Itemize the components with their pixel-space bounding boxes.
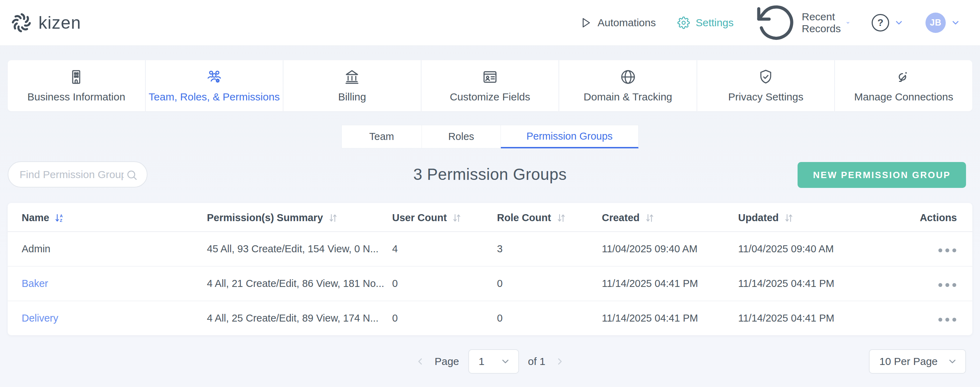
per-page-value: 10 Per Page — [879, 355, 938, 368]
row-actions-menu-icon[interactable] — [938, 246, 957, 254]
updated-timestamp: 11/14/2025 04:41 PM — [738, 278, 834, 289]
subtab-permission-groups[interactable]: Permission Groups — [501, 125, 638, 148]
new-permission-group-button[interactable]: NEW PERMISSION GROUP — [797, 162, 966, 188]
page-of-label: of 1 — [528, 355, 546, 368]
column-header-updated[interactable]: Updated — [738, 203, 916, 232]
tab-domain-tracking[interactable]: Domain & Tracking — [559, 60, 697, 111]
settings-tab-bar: Business Information Team, Roles, & Perm… — [8, 60, 972, 111]
subtab-team[interactable]: Team — [342, 125, 422, 148]
globe-icon — [620, 69, 636, 85]
permissions-summary: 4 All, 25 Create/Edit, 89 View, 174 N... — [207, 312, 379, 324]
kizen-swirl-icon — [11, 12, 32, 34]
user-count: 4 — [392, 243, 398, 254]
permissions-summary: 45 All, 93 Create/Edit, 154 View, 0 N... — [207, 243, 379, 254]
chevron-left-icon[interactable] — [415, 356, 425, 367]
key-icon — [896, 69, 912, 85]
sort-asc-icon: AZ — [54, 213, 65, 223]
chevron-down-icon — [947, 356, 958, 367]
tab-privacy-settings[interactable]: Privacy Settings — [697, 60, 835, 111]
svg-text:Z: Z — [60, 218, 62, 222]
help-icon: ? — [872, 14, 889, 32]
created-timestamp: 11/04/2025 09:40 AM — [602, 243, 698, 254]
contact-card-icon — [482, 69, 498, 85]
user-menu[interactable]: JB — [926, 13, 961, 33]
tab-label: Domain & Tracking — [584, 91, 672, 103]
row-actions-menu-icon[interactable] — [938, 281, 957, 289]
column-label: Updated — [738, 212, 779, 224]
page-select[interactable]: 1 — [468, 349, 519, 374]
chevron-down-icon — [951, 18, 961, 28]
history-icon — [755, 2, 797, 43]
sub-tab-bar: Team Roles Permission Groups — [0, 125, 980, 148]
building-icon — [68, 69, 84, 85]
subtab-label: Roles — [448, 131, 474, 142]
page-select-value: 1 — [479, 355, 485, 368]
nav-automations[interactable]: Automations — [579, 16, 656, 29]
per-page-select[interactable]: 10 Per Page — [869, 349, 966, 374]
page-navigation: Page 1 of 1 — [0, 349, 980, 374]
role-count: 3 — [497, 243, 503, 254]
chevron-down-icon — [894, 18, 904, 28]
created-timestamp: 11/14/2025 04:41 PM — [602, 278, 698, 289]
tab-label: Manage Connections — [854, 91, 953, 103]
column-header-role-count[interactable]: Role Count — [497, 203, 602, 232]
kizen-logo[interactable]: kizen — [11, 12, 81, 34]
logo-wordmark: kizen — [38, 13, 81, 33]
help-menu[interactable]: ? — [872, 14, 904, 32]
group-name-link[interactable]: Baker — [22, 278, 48, 289]
sort-icon — [452, 213, 462, 223]
sort-icon — [328, 213, 338, 223]
column-header-created[interactable]: Created — [602, 203, 738, 232]
column-label: Permission(s) Summary — [207, 212, 323, 224]
sort-icon — [644, 213, 655, 223]
chevron-down-icon — [500, 356, 511, 367]
sort-icon — [556, 213, 566, 223]
column-header-summary[interactable]: Permission(s) Summary — [207, 203, 392, 232]
bank-icon — [344, 69, 360, 85]
chevron-down-icon — [846, 18, 850, 28]
updated-timestamp: 11/14/2025 04:41 PM — [738, 312, 834, 324]
updated-timestamp: 11/04/2025 09:40 AM — [738, 243, 834, 254]
top-navigation: Automations Settings Recent Records ? JB — [579, 2, 961, 43]
permissions-summary: 4 All, 21 Create/Edit, 86 View, 181 No..… — [207, 278, 384, 289]
column-label: Role Count — [497, 212, 551, 224]
column-label: Actions — [920, 212, 957, 223]
shield-check-icon — [757, 69, 774, 85]
tab-label: Billing — [338, 91, 366, 103]
tab-customize-fields[interactable]: Customize Fields — [422, 60, 559, 111]
subtab-label: Team — [369, 131, 394, 142]
column-label: Created — [602, 212, 640, 224]
row-actions-menu-icon[interactable] — [938, 316, 957, 324]
column-header-actions: Actions — [916, 203, 972, 232]
nav-settings-label: Settings — [695, 17, 733, 29]
nav-recent-records[interactable]: Recent Records — [755, 2, 850, 43]
role-count: 0 — [497, 278, 503, 289]
subtab-roles[interactable]: Roles — [422, 125, 501, 148]
svg-text:A: A — [60, 213, 62, 217]
nav-settings[interactable]: Settings — [677, 16, 733, 29]
team-gear-icon — [206, 69, 223, 85]
user-count: 0 — [392, 312, 398, 324]
column-header-name[interactable]: Name AZ — [8, 203, 207, 232]
tab-business-information[interactable]: Business Information — [8, 60, 145, 111]
nav-automations-label: Automations — [598, 17, 656, 29]
table-header-row: Name AZ Permission(s) Summary User Count — [8, 203, 972, 232]
created-timestamp: 11/14/2025 04:41 PM — [602, 312, 698, 324]
column-header-user-count[interactable]: User Count — [392, 203, 497, 232]
tab-label: Business Information — [27, 91, 125, 103]
permission-groups-table: Name AZ Permission(s) Summary User Count — [8, 203, 972, 335]
tab-billing[interactable]: Billing — [283, 60, 421, 111]
gear-icon — [677, 16, 690, 29]
toolbar: 3 Permission Groups NEW PERMISSION GROUP — [0, 161, 980, 188]
tab-team-roles-permissions[interactable]: Team, Roles, & Permissions — [146, 60, 283, 111]
tab-label: Privacy Settings — [729, 91, 803, 103]
subtab-label: Permission Groups — [527, 131, 612, 142]
table-row: Delivery 4 All, 25 Create/Edit, 89 View,… — [8, 301, 972, 335]
avatar: JB — [926, 13, 946, 33]
column-label: User Count — [392, 212, 447, 224]
tab-label: Team, Roles, & Permissions — [148, 91, 280, 103]
group-name-link[interactable]: Delivery — [22, 312, 58, 324]
chevron-right-icon[interactable] — [555, 356, 565, 367]
tab-label: Customize Fields — [450, 91, 530, 103]
tab-manage-connections[interactable]: Manage Connections — [835, 60, 972, 111]
